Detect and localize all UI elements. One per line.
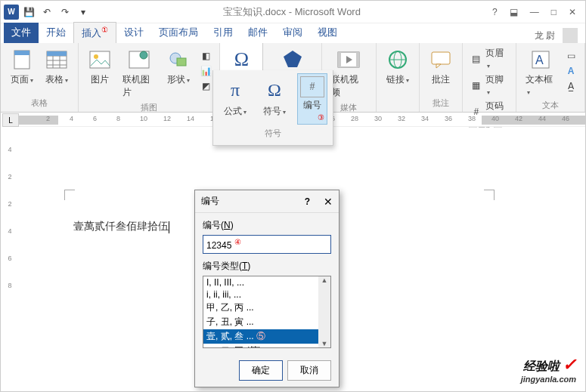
symbol-panel-label: 符号 [265, 125, 281, 142]
tab-insert[interactable]: 插入① [73, 22, 116, 44]
screenshot-button[interactable]: ◩ [198, 79, 213, 93]
tab-design[interactable]: 设计 [116, 23, 151, 43]
tab-review[interactable]: 审阅 [275, 23, 310, 43]
pages-button[interactable]: 页面 [7, 46, 37, 88]
dialog-help[interactable]: ? [305, 196, 310, 207]
window-controls: ? ⬓ — □ ✕ [492, 7, 582, 17]
ruler-tick: 32 [398, 115, 405, 122]
ruler-tick: 40 [491, 115, 499, 122]
user-name[interactable]: 龙 尉 [535, 29, 555, 42]
list-item[interactable]: I, II, III, ... [203, 276, 330, 289]
scrollbar[interactable]: ▲▼ [318, 276, 330, 347]
video-icon [336, 48, 361, 72]
scroll-up-icon[interactable]: ▲ [321, 276, 328, 284]
scroll-down-icon[interactable]: ▼ [321, 340, 328, 347]
number-button[interactable]: # 编号 ③ [297, 73, 327, 125]
label-type: 编号类型(T) [203, 260, 331, 273]
quickparts-button[interactable]: ▭ [563, 49, 578, 63]
tab-layout[interactable]: 页面布局 [151, 23, 206, 43]
number-input[interactable]: 12345 ④ [203, 235, 331, 254]
redo-button[interactable]: ↷ [57, 4, 73, 20]
number-icon: # [300, 76, 324, 97]
list-item-selected[interactable]: 壹, 贰, 叁 ... ⑤ [203, 329, 330, 344]
screenshot-icon: ◩ [200, 80, 212, 92]
smartart-button[interactable]: ◧ [198, 49, 213, 63]
online-picture-button[interactable]: 联机图片 [119, 46, 159, 100]
picture-icon [88, 48, 112, 72]
list-item[interactable]: 甲, 乙, 丙 ... [203, 301, 330, 315]
footer-button[interactable]: ▦页脚 [469, 73, 510, 97]
comment-button[interactable]: 批注 [426, 46, 456, 88]
ruler-tick: 2 [46, 115, 50, 122]
group-illustrations: 图片 联机图片 形状 ◧ 📊 ◩ 插图 [79, 43, 220, 112]
tab-references[interactable]: 引用 [206, 23, 240, 43]
ruler-tick: 10 [140, 115, 147, 122]
link-icon [386, 48, 410, 72]
number-dialog: 编号 ? ✕ 编号(N) 12345 ④ 编号类型(T) I, II, III,… [194, 190, 340, 387]
save-button[interactable]: 💾 [20, 4, 37, 20]
group-label-text: 文本 [542, 98, 559, 111]
svg-marker-15 [284, 51, 302, 67]
list-item[interactable]: 子, 丑, 寅 ... [203, 315, 330, 329]
type-listbox[interactable]: I, II, III, ... i, ii, iii, ... 甲, 乙, 丙 … [203, 276, 331, 348]
online-video-button[interactable]: 联机视频 [328, 46, 370, 100]
ruler-tick: 6 [93, 115, 97, 122]
shapes-button[interactable]: 形状 [163, 46, 194, 88]
formula-button[interactable]: π 公式 [219, 73, 252, 125]
tab-selector[interactable]: L [2, 113, 19, 127]
omega-icon: Ω [229, 48, 253, 72]
undo-button[interactable]: ↶ [39, 4, 55, 20]
label-number: 编号(N) [203, 219, 331, 232]
vertical-ruler[interactable]: 4 2 2 4 6 8 [1, 128, 19, 392]
chart-button[interactable]: 📊 [198, 64, 213, 78]
header-button[interactable]: ▤页眉 [469, 46, 510, 71]
symbol-item-button[interactable]: Ω 符号 [258, 73, 291, 125]
ribbon-tabs: 文件 开始 插入① 设计 页面布局 引用 邮件 审阅 视图 龙 尉 [1, 23, 585, 43]
tab-mailings[interactable]: 邮件 [240, 23, 275, 43]
dialog-close[interactable]: ✕ [324, 196, 333, 208]
dialog-titlebar[interactable]: 编号 ? ✕ [195, 190, 339, 213]
picture-button[interactable]: 图片 [85, 46, 115, 88]
close-button[interactable]: ✕ [569, 7, 576, 17]
ok-button[interactable]: 确定 [239, 360, 283, 381]
window-title: 宝宝知识.docx - Microsoft Word [91, 5, 492, 19]
annotation-3: ③ [318, 113, 324, 122]
document-text[interactable]: 壹萬贰仟叁佰肆拾伍 [73, 220, 169, 233]
table-button[interactable]: 表格 [42, 46, 72, 88]
tab-file[interactable]: 文件 [4, 23, 39, 43]
header-icon: ▤ [470, 53, 482, 65]
minimize-button[interactable]: — [530, 7, 539, 17]
svg-rect-14 [177, 58, 186, 66]
svg-rect-1 [14, 51, 29, 55]
svg-rect-23 [432, 52, 450, 64]
maximize-button[interactable]: □ [551, 7, 557, 17]
group-text: A 文本框 ▭ A A̲ 文本 [516, 43, 585, 112]
pi-icon: π [222, 76, 249, 103]
tab-view[interactable]: 视图 [310, 23, 345, 43]
ribbon-toggle[interactable]: ⬓ [510, 7, 518, 17]
margin-corner-tl [64, 190, 75, 200]
wordart-button[interactable]: A [563, 64, 578, 78]
textbox-icon: A [529, 48, 553, 72]
svg-point-10 [94, 54, 98, 59]
dropcap-button[interactable]: A̲ [563, 79, 578, 93]
group-comments: 批注 批注 [420, 43, 463, 112]
ruler-tick: 28 [351, 115, 358, 122]
annotation-5: ⑤ [256, 331, 265, 341]
ruler-tick: 4 [70, 115, 73, 122]
qat-more[interactable]: ▾ [75, 4, 91, 20]
svg-marker-24 [436, 64, 441, 68]
link-button[interactable]: 链接 [383, 46, 413, 88]
group-label-illus: 插图 [141, 100, 157, 113]
list-item[interactable]: i, ii, iii, ... [203, 289, 330, 301]
cancel-button[interactable]: 取消 [287, 360, 331, 381]
help-button[interactable]: ? [492, 7, 498, 17]
dialog-title: 编号 [201, 195, 305, 208]
svg-rect-8 [47, 51, 67, 56]
tab-home[interactable]: 开始 [39, 23, 73, 43]
list-item[interactable]: 一, 二, 三 (简)... [203, 344, 330, 348]
textbox-button[interactable]: A 文本框 [522, 46, 559, 98]
avatar[interactable] [563, 28, 578, 43]
office-apps-icon [281, 48, 305, 72]
ruler-tick: 8 [116, 115, 120, 122]
